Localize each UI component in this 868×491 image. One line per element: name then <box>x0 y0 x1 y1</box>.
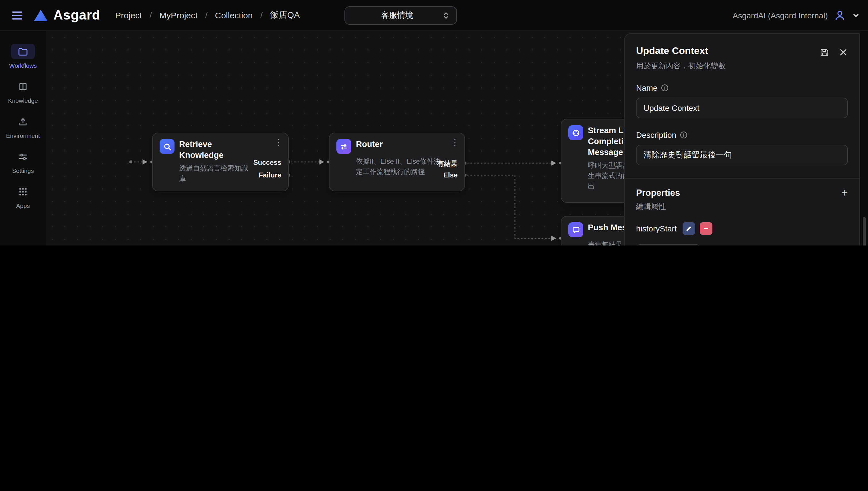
logo-triangle-icon <box>33 8 48 22</box>
breadcrumb-collection[interactable]: Collection <box>215 10 253 20</box>
close-icon[interactable] <box>839 48 848 57</box>
page-scrollbar <box>860 31 868 246</box>
account-area: AsgardAI (Asgard Internal) <box>733 8 868 22</box>
name-label: Name <box>636 83 658 92</box>
logo-text: Asgard <box>53 7 100 23</box>
router-node-icon <box>336 139 351 154</box>
sidebar-item-label: Apps <box>16 202 30 209</box>
node-output-port[interactable]: Failure <box>259 171 281 179</box>
asgard-workflow-editor: Asgard Project / MyProject / Collection … <box>0 0 868 246</box>
retrieve-node-icon <box>159 139 175 154</box>
node-description: 依據If、Else If、Else條件決定工作流程執行的路徑 <box>356 156 444 177</box>
panel-subtitle: 用於更新內容，初始化變數 <box>636 61 726 71</box>
sidebar-item-workflows[interactable]: Workflows <box>9 44 37 69</box>
node-output-port[interactable]: 有結果 <box>437 159 457 169</box>
add-property-button[interactable]: + <box>842 187 848 198</box>
sidebar-item-knowledge[interactable]: Knowledge <box>8 79 38 104</box>
node-menu-icon[interactable]: ⋮ <box>274 138 283 146</box>
sidebar-item-label: Knowledge <box>8 97 38 104</box>
asgard-logo: Asgard <box>33 7 100 23</box>
info-icon <box>680 131 688 139</box>
book-icon <box>11 79 35 94</box>
page-scrollbar-thumb[interactable] <box>863 217 866 246</box>
info-icon <box>661 84 669 92</box>
properties-title: Properties <box>636 187 680 198</box>
node-inspector-panel: Update Context 用於更新內容，初始化變數 Name Descrip… <box>624 33 860 246</box>
breadcrumb-project[interactable]: Project <box>115 10 142 20</box>
breadcrumb: Project / MyProject / Collection / 飯店QA <box>115 10 300 21</box>
minus-icon: − <box>704 225 708 233</box>
sidebar-item-settings[interactable]: Settings <box>11 149 35 174</box>
message-node-icon <box>568 222 583 237</box>
sidebar-item-label: Settings <box>12 167 34 174</box>
breadcrumb-separator: / <box>205 10 207 20</box>
node-output-port[interactable]: Else <box>444 171 457 179</box>
pencil-icon <box>685 225 692 232</box>
apps-grid-icon <box>11 184 35 199</box>
hamburger-menu-icon[interactable] <box>9 7 25 23</box>
sliders-icon <box>11 149 35 164</box>
llm-node-icon <box>568 125 583 140</box>
property-type-select[interactable]: Expression <box>636 244 700 246</box>
sidebar-item-environment[interactable]: Environment <box>6 114 40 139</box>
remove-property-button[interactable]: − <box>700 222 712 235</box>
chevron-updown-icon <box>443 11 449 20</box>
sidebar-item-label: Environment <box>6 132 40 139</box>
breadcrumb-separator: / <box>150 10 152 20</box>
sidebar: Workflows Knowledge Environment Settings… <box>0 31 46 246</box>
breadcrumb-separator: / <box>260 10 263 20</box>
properties-subtitle: 編輯屬性 <box>636 202 848 212</box>
panel-title: Update Context <box>636 46 726 57</box>
property-row: historyStart − <box>636 222 848 235</box>
node-output-port[interactable]: Success <box>253 158 281 167</box>
node-menu-icon[interactable]: ⋮ <box>451 138 459 146</box>
topbar: Asgard Project / MyProject / Collection … <box>0 0 868 31</box>
scenario-select[interactable]: 客服情境 <box>345 6 457 25</box>
sidebar-item-label: Workflows <box>9 62 37 69</box>
property-name: historyStart <box>636 224 677 233</box>
divider <box>625 178 859 179</box>
description-label: Description <box>636 131 676 140</box>
account-label: AsgardAI (Asgard Internal) <box>733 11 828 20</box>
breadcrumb-myproject[interactable]: MyProject <box>159 10 198 20</box>
description-input[interactable] <box>636 145 848 165</box>
account-chevron-down-icon[interactable] <box>852 11 860 19</box>
node-title: Retrieve Knowledge <box>179 139 249 161</box>
node-retrieve-knowledge[interactable]: Retrieve Knowledge ⋮ 透過自然語言檢索知識庫 Success… <box>152 133 289 191</box>
user-icon[interactable] <box>833 8 847 22</box>
node-router-top[interactable]: Router ⋮ 依據If、Else If、Else條件決定工作流程執行的路徑 … <box>329 133 465 191</box>
node-title: Router <box>356 139 383 150</box>
upload-icon <box>11 114 35 129</box>
name-input[interactable] <box>636 97 848 118</box>
sidebar-item-apps[interactable]: Apps <box>11 184 35 209</box>
folder-icon <box>11 44 35 59</box>
node-description: 透過自然語言檢索知識庫 <box>179 163 249 183</box>
breadcrumb-current[interactable]: 飯店QA <box>270 10 300 21</box>
save-icon[interactable] <box>819 47 830 57</box>
scenario-select-value: 客服情境 <box>352 10 443 21</box>
edit-property-button[interactable] <box>683 222 695 235</box>
